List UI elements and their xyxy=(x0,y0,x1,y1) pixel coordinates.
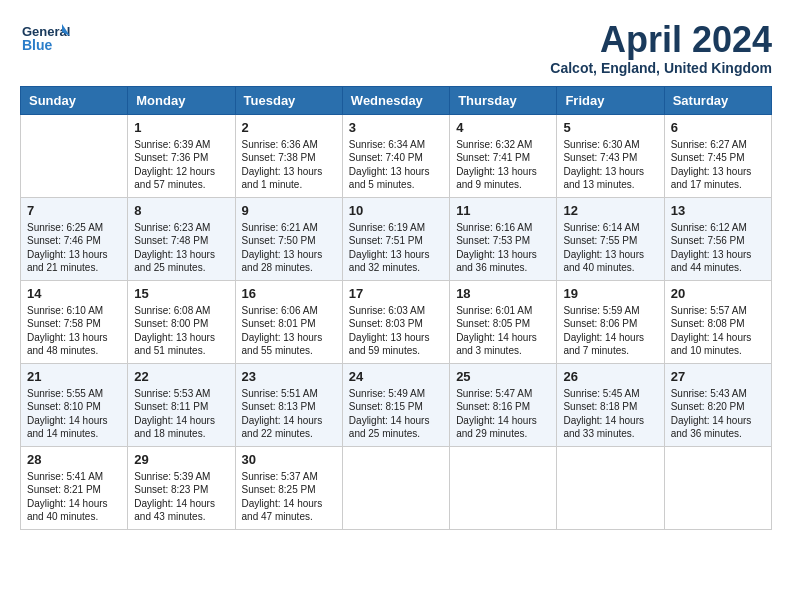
calendar-cell xyxy=(21,114,128,197)
day-info-line: Daylight: 14 hours xyxy=(27,497,121,511)
day-number: 27 xyxy=(671,369,765,384)
day-number: 28 xyxy=(27,452,121,467)
calendar-cell: 6Sunrise: 6:27 AMSunset: 7:45 PMDaylight… xyxy=(664,114,771,197)
calendar-cell: 10Sunrise: 6:19 AMSunset: 7:51 PMDayligh… xyxy=(342,197,449,280)
day-info-line: and 3 minutes. xyxy=(456,344,550,358)
day-info-line: Sunset: 7:56 PM xyxy=(671,234,765,248)
calendar-week-row: 28Sunrise: 5:41 AMSunset: 8:21 PMDayligh… xyxy=(21,446,772,529)
day-info-line: Sunrise: 5:53 AM xyxy=(134,387,228,401)
day-number: 26 xyxy=(563,369,657,384)
day-number: 21 xyxy=(27,369,121,384)
calendar-cell: 21Sunrise: 5:55 AMSunset: 8:10 PMDayligh… xyxy=(21,363,128,446)
day-number: 29 xyxy=(134,452,228,467)
location-subtitle: Calcot, England, United Kingdom xyxy=(550,60,772,76)
day-info-line: Sunset: 8:10 PM xyxy=(27,400,121,414)
day-info-line: Sunset: 7:46 PM xyxy=(27,234,121,248)
day-info-line: and 55 minutes. xyxy=(242,344,336,358)
day-info-line: and 47 minutes. xyxy=(242,510,336,524)
calendar-cell: 22Sunrise: 5:53 AMSunset: 8:11 PMDayligh… xyxy=(128,363,235,446)
title-block: April 2024 Calcot, England, United Kingd… xyxy=(550,20,772,76)
calendar-cell: 28Sunrise: 5:41 AMSunset: 8:21 PMDayligh… xyxy=(21,446,128,529)
calendar-week-row: 21Sunrise: 5:55 AMSunset: 8:10 PMDayligh… xyxy=(21,363,772,446)
calendar-day-header: Wednesday xyxy=(342,86,449,114)
day-number: 17 xyxy=(349,286,443,301)
day-info-line: Sunset: 7:43 PM xyxy=(563,151,657,165)
day-number: 2 xyxy=(242,120,336,135)
calendar-day-header: Tuesday xyxy=(235,86,342,114)
day-info-line: and 17 minutes. xyxy=(671,178,765,192)
day-info-line: Sunrise: 6:39 AM xyxy=(134,138,228,152)
day-number: 23 xyxy=(242,369,336,384)
day-info-line: Daylight: 13 hours xyxy=(349,331,443,345)
day-info-line: Sunrise: 6:03 AM xyxy=(349,304,443,318)
day-info-line: and 43 minutes. xyxy=(134,510,228,524)
day-number: 13 xyxy=(671,203,765,218)
day-info-line: Sunset: 8:08 PM xyxy=(671,317,765,331)
day-info-line: and 40 minutes. xyxy=(563,261,657,275)
day-info-line: Sunset: 8:20 PM xyxy=(671,400,765,414)
calendar-cell: 24Sunrise: 5:49 AMSunset: 8:15 PMDayligh… xyxy=(342,363,449,446)
day-info-line: and 36 minutes. xyxy=(456,261,550,275)
calendar-cell: 14Sunrise: 6:10 AMSunset: 7:58 PMDayligh… xyxy=(21,280,128,363)
day-info-line: Sunrise: 6:06 AM xyxy=(242,304,336,318)
calendar-cell: 7Sunrise: 6:25 AMSunset: 7:46 PMDaylight… xyxy=(21,197,128,280)
day-info-line: and 9 minutes. xyxy=(456,178,550,192)
calendar-cell: 17Sunrise: 6:03 AMSunset: 8:03 PMDayligh… xyxy=(342,280,449,363)
calendar-cell: 8Sunrise: 6:23 AMSunset: 7:48 PMDaylight… xyxy=(128,197,235,280)
day-info-line: Sunrise: 6:21 AM xyxy=(242,221,336,235)
day-number: 22 xyxy=(134,369,228,384)
day-info-line: Sunset: 8:15 PM xyxy=(349,400,443,414)
month-title: April 2024 xyxy=(550,20,772,60)
day-info-line: Sunset: 7:53 PM xyxy=(456,234,550,248)
day-info-line: Sunrise: 6:32 AM xyxy=(456,138,550,152)
day-info-line: Sunrise: 6:27 AM xyxy=(671,138,765,152)
day-info-line: Sunset: 8:21 PM xyxy=(27,483,121,497)
day-info-line: Daylight: 12 hours xyxy=(134,165,228,179)
day-info-line: and 51 minutes. xyxy=(134,344,228,358)
calendar-cell: 29Sunrise: 5:39 AMSunset: 8:23 PMDayligh… xyxy=(128,446,235,529)
day-info-line: Sunrise: 6:08 AM xyxy=(134,304,228,318)
day-info-line: Daylight: 14 hours xyxy=(349,414,443,428)
day-info-line: Sunset: 8:01 PM xyxy=(242,317,336,331)
day-info-line: and 21 minutes. xyxy=(27,261,121,275)
day-info-line: and 25 minutes. xyxy=(349,427,443,441)
calendar-cell: 5Sunrise: 6:30 AMSunset: 7:43 PMDaylight… xyxy=(557,114,664,197)
calendar-header-row: SundayMondayTuesdayWednesdayThursdayFrid… xyxy=(21,86,772,114)
day-info-line: Sunset: 8:00 PM xyxy=(134,317,228,331)
day-info-line: Sunrise: 6:10 AM xyxy=(27,304,121,318)
calendar-cell xyxy=(557,446,664,529)
day-info-line: and 1 minute. xyxy=(242,178,336,192)
day-info-line: and 25 minutes. xyxy=(134,261,228,275)
day-info-line: Sunset: 8:13 PM xyxy=(242,400,336,414)
day-info-line: Daylight: 13 hours xyxy=(349,248,443,262)
day-number: 19 xyxy=(563,286,657,301)
day-info-line: Sunrise: 5:45 AM xyxy=(563,387,657,401)
calendar-cell: 9Sunrise: 6:21 AMSunset: 7:50 PMDaylight… xyxy=(235,197,342,280)
day-info-line: Sunrise: 6:12 AM xyxy=(671,221,765,235)
calendar-cell: 19Sunrise: 5:59 AMSunset: 8:06 PMDayligh… xyxy=(557,280,664,363)
calendar-table: SundayMondayTuesdayWednesdayThursdayFrid… xyxy=(20,86,772,530)
day-info-line: Sunrise: 5:49 AM xyxy=(349,387,443,401)
day-info-line: Daylight: 13 hours xyxy=(456,248,550,262)
day-info-line: Daylight: 14 hours xyxy=(563,331,657,345)
calendar-day-header: Saturday xyxy=(664,86,771,114)
day-info-line: Sunset: 8:06 PM xyxy=(563,317,657,331)
day-number: 24 xyxy=(349,369,443,384)
day-number: 14 xyxy=(27,286,121,301)
day-info-line: Sunset: 7:50 PM xyxy=(242,234,336,248)
day-info-line: Sunset: 7:41 PM xyxy=(456,151,550,165)
day-info-line: Daylight: 14 hours xyxy=(242,414,336,428)
day-info-line: Daylight: 14 hours xyxy=(27,414,121,428)
day-info-line: Daylight: 13 hours xyxy=(242,165,336,179)
logo-svg: General Blue xyxy=(20,20,70,62)
day-info-line: Sunrise: 5:39 AM xyxy=(134,470,228,484)
day-info-line: and 5 minutes. xyxy=(349,178,443,192)
calendar-cell: 27Sunrise: 5:43 AMSunset: 8:20 PMDayligh… xyxy=(664,363,771,446)
day-info-line: Daylight: 13 hours xyxy=(671,248,765,262)
day-number: 1 xyxy=(134,120,228,135)
day-number: 30 xyxy=(242,452,336,467)
day-info-line: Daylight: 14 hours xyxy=(671,331,765,345)
calendar-cell: 30Sunrise: 5:37 AMSunset: 8:25 PMDayligh… xyxy=(235,446,342,529)
day-info-line: and 33 minutes. xyxy=(563,427,657,441)
day-number: 5 xyxy=(563,120,657,135)
